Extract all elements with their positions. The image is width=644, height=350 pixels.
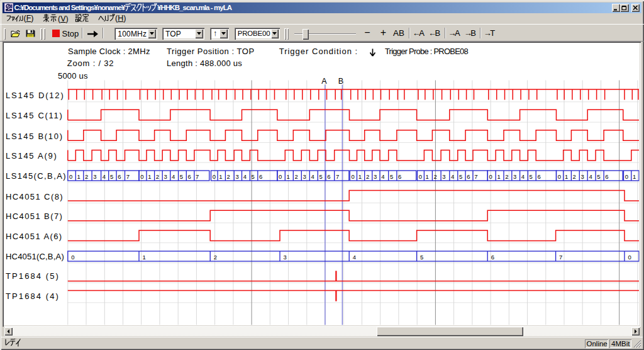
svg-text:2: 2 [505,173,508,180]
svg-text:2: 2 [573,173,576,180]
svg-text:6: 6 [188,173,191,180]
svg-text:4: 4 [243,173,247,180]
svg-text:2: 2 [227,173,230,180]
svg-text:5: 5 [597,173,600,180]
svg-text:3: 3 [374,173,377,180]
svg-text:1: 1 [219,173,222,180]
svg-text:0: 0 [71,254,74,261]
svg-text:5000 us: 5000 us [58,71,88,81]
svg-text:TP1684 (4): TP1684 (4) [6,291,60,301]
svg-text:4: 4 [589,173,592,180]
svg-text:HC4051 C(8): HC4051 C(8) [6,192,64,201]
svg-text:2: 2 [85,173,88,180]
svg-text:Length : 488.000 us: Length : 488.000 us [167,59,242,68]
svg-text:1: 1 [633,173,636,180]
svg-text:5: 5 [180,173,183,180]
svg-text:5: 5 [530,173,533,180]
svg-text:2: 2 [156,173,159,180]
svg-text:3: 3 [93,173,96,180]
svg-text:Trigger Condition :: Trigger Condition : [279,47,358,56]
svg-text:3: 3 [164,173,167,180]
svg-text:1: 1 [358,173,362,180]
svg-text:2: 2 [434,173,437,180]
svg-text:6: 6 [537,173,540,180]
svg-text:4: 4 [521,173,525,180]
svg-text:2: 2 [366,173,369,180]
svg-text:5: 5 [252,173,255,180]
svg-text:0: 0 [628,254,631,261]
svg-text:6: 6 [118,173,121,180]
svg-text:1: 1 [143,254,146,261]
svg-text:3: 3 [513,173,516,180]
svg-text:HC4051 B(7): HC4051 B(7) [6,212,63,221]
svg-text:5: 5 [110,173,113,180]
svg-text:5: 5 [420,254,423,261]
svg-text:0: 0 [625,173,628,180]
svg-text:4: 4 [451,173,454,180]
svg-text:7: 7 [126,173,130,180]
svg-text:6: 6 [467,173,470,180]
svg-text:6: 6 [327,173,330,180]
svg-text:HC4051(C,B,A): HC4051(C,B,A) [6,252,64,261]
svg-text:6: 6 [259,173,262,180]
svg-text:LS145 A(9): LS145 A(9) [6,151,58,161]
svg-text:LS145 C(11): LS145 C(11) [6,111,63,120]
svg-text:0: 0 [558,173,561,180]
svg-text:1: 1 [148,173,151,180]
svg-text:3: 3 [235,173,238,180]
svg-text:3: 3 [284,254,287,261]
svg-text:3: 3 [581,173,584,180]
svg-text:0: 0 [489,173,492,180]
svg-text:6: 6 [491,254,494,261]
svg-text:1: 1 [77,173,80,180]
svg-text:HC4051 A(6): HC4051 A(6) [6,232,63,241]
svg-text:5: 5 [319,173,323,180]
svg-text:7: 7 [196,173,199,180]
svg-text:1: 1 [426,173,429,180]
svg-text:1: 1 [287,173,290,180]
svg-text:4: 4 [103,173,106,180]
svg-text:7: 7 [336,173,339,180]
svg-text:0: 0 [279,173,282,180]
svg-text:0: 0 [419,173,422,180]
svg-text:LS145 B(10): LS145 B(10) [6,132,64,141]
svg-text:4: 4 [172,173,175,180]
svg-text:1: 1 [565,173,568,180]
svg-text:B: B [338,77,343,86]
svg-text:2: 2 [214,254,217,261]
svg-text:3: 3 [303,173,306,180]
svg-text:2: 2 [295,173,298,180]
svg-text:0: 0 [69,173,72,180]
svg-text:Trigger Probe : PROBE08: Trigger Probe : PROBE08 [385,47,469,56]
svg-text:6: 6 [398,173,401,180]
svg-text:4: 4 [353,254,356,261]
svg-text:6: 6 [605,173,608,180]
svg-text:5: 5 [390,173,393,180]
svg-text:7: 7 [559,254,562,261]
svg-text:5: 5 [459,173,462,180]
svg-text:Zoom : / 32: Zoom : / 32 [67,59,114,68]
svg-text:0: 0 [140,173,143,180]
svg-text:Trigger Position : TOP: Trigger Position : TOP [167,47,255,56]
svg-text:4: 4 [311,173,314,180]
svg-text:A: A [321,77,327,86]
svg-text:4: 4 [381,173,384,180]
svg-text:0: 0 [351,173,354,180]
svg-text:1: 1 [497,173,500,180]
svg-text:0: 0 [213,173,216,180]
svg-text:LS145 D(12): LS145 D(12) [6,91,65,100]
svg-text:TP1684 (5): TP1684 (5) [6,271,60,281]
svg-text:7: 7 [474,173,477,180]
svg-text:Sample Clock : 2MHz: Sample Clock : 2MHz [68,47,150,56]
svg-text:LS145(C,B,A): LS145(C,B,A) [6,171,67,181]
svg-text:3: 3 [442,173,445,180]
